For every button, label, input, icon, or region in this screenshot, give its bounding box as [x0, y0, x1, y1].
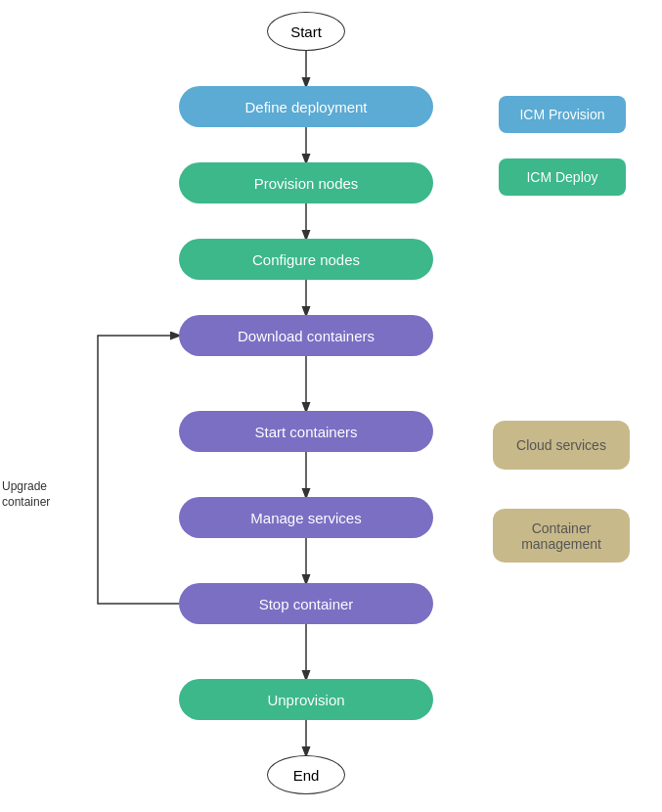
- stop-container-label: Stop container: [259, 596, 354, 612]
- configure-nodes-label: Configure nodes: [252, 251, 360, 268]
- start-node: Start: [267, 12, 345, 51]
- manage-services-label: Manage services: [250, 510, 361, 526]
- legend-cloud-services: Cloud services: [493, 421, 630, 470]
- end-label: End: [293, 767, 320, 784]
- start-containers-node: Start containers: [179, 411, 433, 452]
- configure-nodes-node: Configure nodes: [179, 239, 433, 280]
- cloud-services-label: Cloud services: [516, 437, 606, 453]
- legend-icm-provision: ICM Provision: [499, 96, 626, 133]
- provision-nodes-node: Provision nodes: [179, 162, 433, 203]
- manage-services-node: Manage services: [179, 497, 433, 538]
- icm-provision-label: ICM Provision: [519, 107, 604, 122]
- provision-nodes-label: Provision nodes: [254, 175, 359, 192]
- container-management-label: Container management: [505, 520, 618, 552]
- unprovision-label: Unprovision: [267, 692, 344, 708]
- define-deployment-label: Define deployment: [244, 99, 367, 115]
- stop-container-node: Stop container: [179, 583, 433, 624]
- upgrade-container-label: Upgrade container: [2, 479, 90, 510]
- icm-deploy-label: ICM Deploy: [526, 169, 597, 185]
- unprovision-node: Unprovision: [179, 679, 433, 720]
- start-label: Start: [290, 23, 322, 40]
- download-containers-node: Download containers: [179, 315, 433, 356]
- download-containers-label: Download containers: [238, 328, 375, 344]
- diagram-container: Start Define deployment Provision nodes …: [0, 0, 662, 812]
- define-deployment-node: Define deployment: [179, 86, 433, 127]
- end-node: End: [267, 755, 345, 794]
- legend-container-management: Container management: [493, 509, 630, 563]
- legend-icm-deploy: ICM Deploy: [499, 158, 626, 196]
- start-containers-label: Start containers: [254, 424, 357, 440]
